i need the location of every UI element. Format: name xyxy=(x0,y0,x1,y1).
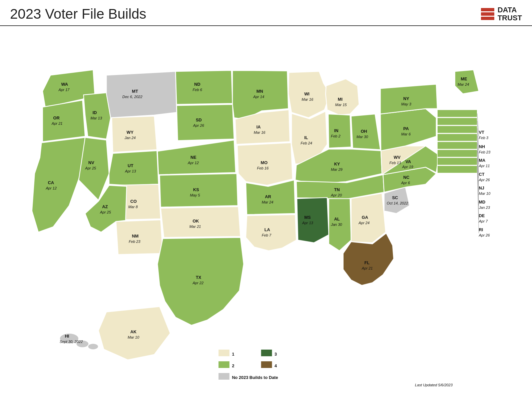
state-sd xyxy=(177,104,234,140)
ms-label: MS xyxy=(304,215,311,220)
wy-date: Jan 24 xyxy=(124,136,136,140)
ut-label: UT xyxy=(128,163,133,168)
state-nm xyxy=(116,220,163,255)
il-date: Feb 24 xyxy=(301,141,312,145)
legend-label-3: 3 xyxy=(275,352,277,357)
ny-date: May 3 xyxy=(401,102,412,106)
tn-label: TN xyxy=(334,187,340,192)
ne-states-box-5 xyxy=(437,142,477,149)
state-in xyxy=(328,114,351,148)
sc-label: SC xyxy=(392,195,398,200)
ak-label: AK xyxy=(130,329,137,334)
ne-states-box-8 xyxy=(437,166,477,173)
ky-label: KY xyxy=(334,162,340,167)
state-la xyxy=(246,215,297,251)
va-label: VA xyxy=(405,159,411,164)
mn-date: Apr 14 xyxy=(253,95,264,99)
de-label-right: DE xyxy=(479,214,485,219)
ny-label: NY xyxy=(403,96,409,101)
legend-label-0: No 2023 Builds to Date xyxy=(232,375,278,380)
legend-box-3 xyxy=(261,349,273,357)
ia-date: Mar 16 xyxy=(254,130,266,134)
logo-bars xyxy=(481,8,494,20)
az-label: AZ xyxy=(102,204,108,209)
ky-date: Mar 29 xyxy=(331,168,343,172)
nv-date: Apr 25 xyxy=(85,166,96,170)
tx-label: TX xyxy=(196,275,201,280)
mt-date: Dec 6, 2022 xyxy=(122,95,143,99)
wi-label: WI xyxy=(304,91,310,96)
nc-date: Apr 6 xyxy=(401,181,410,185)
or-date: Apr 21 xyxy=(51,121,63,125)
ne-states-box-2 xyxy=(437,118,477,125)
id-date: Mar 13 xyxy=(90,116,102,120)
nj-date-right: Mar 10 xyxy=(479,192,491,196)
pa-label: PA xyxy=(403,126,409,131)
logo-bar-1 xyxy=(481,8,494,11)
vt-date-right: Feb 3 xyxy=(479,136,489,140)
ne-label: NE xyxy=(190,155,196,160)
legend-box-2 xyxy=(218,361,230,368)
mn-label: MN xyxy=(256,89,263,94)
header: 2023 Voter File Builds DATATRUST xyxy=(0,0,532,26)
az-date: Apr 25 xyxy=(100,210,111,214)
us-map-svg: .s1 { fill: #f0e8c8; stroke: #fff; strok… xyxy=(0,26,532,406)
hi-date: Sept 30, 2022 xyxy=(60,340,83,344)
nh-date-right: Feb 23 xyxy=(479,150,491,154)
legend-box-4 xyxy=(261,361,273,368)
fl-label: FL xyxy=(365,260,370,265)
logo-bar-2 xyxy=(481,12,494,16)
nm-label: NM xyxy=(132,234,139,239)
ma-label-right: MA xyxy=(479,158,486,163)
sd-date: Apr 26 xyxy=(193,123,204,127)
in-date: Feb 2 xyxy=(331,134,341,138)
nj-label-right: NJ xyxy=(479,186,484,191)
ct-label-right: CT xyxy=(479,172,485,177)
state-nd xyxy=(175,70,232,104)
wv-label: WV xyxy=(394,155,401,160)
ak-date: Mar 10 xyxy=(128,335,140,339)
state-ok xyxy=(161,207,240,238)
mo-label: MO xyxy=(261,160,268,165)
va-date: Apr 19 xyxy=(402,165,413,169)
nh-label-right: NH xyxy=(479,144,485,149)
me-date: Mar 24 xyxy=(458,83,469,87)
last-updated: Last Updated 5/6/2023 xyxy=(415,383,453,387)
state-ca xyxy=(32,137,85,232)
page-title: 2023 Voter File Builds xyxy=(10,6,146,22)
ut-date: Apr 13 xyxy=(125,169,136,173)
legend-box-1 xyxy=(218,349,230,357)
ri-date-right: Apr 26 xyxy=(479,233,490,237)
legend-label-2: 2 xyxy=(232,363,234,368)
oh-label: OH xyxy=(361,129,367,134)
ok-label: OK xyxy=(192,219,199,224)
fl-date: Apr 21 xyxy=(362,266,373,270)
legend-label-4: 4 xyxy=(275,363,277,368)
ne-states-box-1 xyxy=(437,110,477,117)
ne-states-box-4 xyxy=(437,134,477,141)
ar-date: Mar 24 xyxy=(262,200,274,204)
la-label: LA xyxy=(264,227,270,232)
ne-states-box-6 xyxy=(437,150,477,157)
nm-date: Feb 23 xyxy=(129,240,141,244)
ok-date: Mar 21 xyxy=(189,225,201,229)
al-date: Jan 30 xyxy=(331,223,342,227)
wa-date: Apr 17 xyxy=(58,88,70,92)
al-label: AL xyxy=(334,217,340,222)
ga-date: Apr 24 xyxy=(358,221,370,225)
md-date-right: Jan 23 xyxy=(479,206,490,210)
state-or xyxy=(43,100,85,142)
de-date-right: Apr 7 xyxy=(479,220,488,224)
or-label: OR xyxy=(53,115,60,120)
ms-date: Apr 13 xyxy=(302,221,314,225)
hi-label: HI xyxy=(65,334,69,339)
wi-date: Mar 16 xyxy=(302,97,314,101)
logo-bar-3 xyxy=(481,17,494,20)
ri-label-right: RI xyxy=(479,227,483,232)
state-ms xyxy=(297,198,329,243)
co-date: Mar 8 xyxy=(128,205,138,209)
nc-label: NC xyxy=(403,175,409,180)
logo: DATATRUST xyxy=(481,6,522,22)
ne-date: Apr 12 xyxy=(187,161,199,165)
map-container: .s1 { fill: #f0e8c8; stroke: #fff; strok… xyxy=(0,26,532,406)
